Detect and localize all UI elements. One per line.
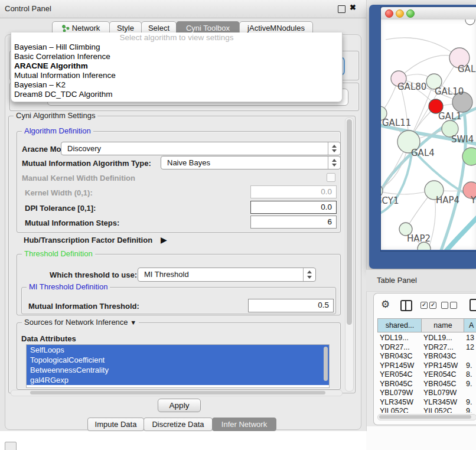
- settings-scrollbar-thumb[interactable]: [347, 119, 352, 325]
- table-hscrollbar-thumb[interactable]: [379, 415, 471, 419]
- settings-vertical-scrollbar[interactable]: [345, 118, 354, 392]
- table-panel-title: Table Panel: [377, 276, 417, 285]
- manual-kernel-checkbox[interactable]: [327, 173, 335, 182]
- algorithm-option[interactable]: Dream8 DC_TDC Algorithm: [11, 90, 342, 99]
- tab-cyni-toolbox-label: Cyni Toolbox: [186, 24, 230, 32]
- network-node-labels: GAL GAL80 GAL10 GAL1 GAL11 SWI4 GAL4 GCY…: [381, 64, 476, 244]
- mi-type-label: Mutual Information Algorithm Type:: [22, 159, 151, 168]
- cell-value: 9.: [466, 398, 476, 406]
- threshold-definition-title: Threshold Definition: [22, 249, 95, 258]
- apply-button[interactable]: Apply: [158, 399, 201, 412]
- dpi-tolerance-input[interactable]: 0.0: [250, 201, 337, 214]
- node-label: GAL: [458, 64, 476, 74]
- cell-shared: YER054C: [380, 370, 422, 379]
- network-window-titlebar[interactable]: [381, 7, 476, 20]
- settings-hscrollbar-thumb[interactable]: [30, 391, 325, 394]
- column-header-shared[interactable]: shared...: [377, 318, 422, 332]
- table-row[interactable]: YLR345WYLR345W9.: [374, 398, 476, 407]
- mi-threshold-input[interactable]: 0.5: [248, 299, 334, 312]
- table-row[interactable]: YPR145WYPR145W9.: [374, 361, 476, 371]
- node-label: GCY1: [381, 195, 399, 206]
- zoom-traffic-light[interactable]: [406, 9, 415, 18]
- node-label: GAL4: [411, 148, 435, 158]
- hub-expand-arrow-icon[interactable]: ▶: [161, 235, 167, 244]
- attribute-list-scrollbar[interactable]: [324, 347, 328, 381]
- table-row[interactable]: YIL052CYIL052C9.: [374, 407, 476, 413]
- manual-kernel-label: Manual Kernel Width Definition: [22, 174, 135, 182]
- sources-title-text: Sources for Network Inference: [24, 318, 128, 327]
- checked-columns-icon[interactable]: ✓ ✓: [420, 302, 436, 309]
- cell-shared: YBL079W: [380, 389, 422, 397]
- cell-value: 8.: [466, 370, 476, 379]
- network-node[interactable]: [465, 19, 475, 25]
- kernel-width-input[interactable]: 0.0: [250, 185, 337, 198]
- algorithm-option-selected[interactable]: ARACNE Algorithm: [11, 61, 342, 71]
- tab-infer-network-label: Infer Network: [221, 420, 267, 429]
- table-row[interactable]: YDR27...YDR27...12: [374, 343, 476, 353]
- tab-discretize-data[interactable]: Discretize Data: [144, 418, 213, 431]
- cell-shared: YPR145W: [380, 361, 422, 370]
- cell-value: 9.: [466, 380, 476, 388]
- aracne-mode-value: Discovery: [67, 142, 101, 155]
- close-traffic-light[interactable]: [385, 9, 393, 18]
- attribute-item[interactable]: gal4RGexp: [27, 375, 329, 385]
- gear-icon[interactable]: ⚙: [381, 299, 390, 310]
- panel-grip-icon[interactable]: [5, 442, 17, 450]
- cell-shared: YLR345W: [380, 398, 422, 406]
- checked-box-icon: ✓: [420, 302, 428, 309]
- unchecked-box-icon: [441, 302, 448, 309]
- algorithm-option[interactable]: Basic Correlation Inference: [11, 52, 342, 61]
- tab-infer-network[interactable]: Infer Network: [212, 418, 276, 431]
- cell-shared: YBR043C: [380, 352, 422, 360]
- table-row[interactable]: YBR045CYBR045C9.: [374, 380, 476, 389]
- sources-title: Sources for Network Inference ▼: [22, 318, 139, 327]
- table-row[interactable]: YDL19...YDL19...13: [374, 334, 476, 343]
- column-layout-icon[interactable]: [400, 300, 412, 311]
- algorithm-option[interactable]: Bayesian – K2: [11, 80, 342, 90]
- mi-type-value: Naive Bayes: [167, 156, 210, 169]
- minimize-traffic-light[interactable]: [396, 9, 404, 18]
- mi-steps-input[interactable]: 6: [250, 216, 337, 229]
- tab-select-label: Select: [148, 24, 169, 32]
- tab-impute-data[interactable]: Impute Data: [87, 418, 144, 431]
- table-row[interactable]: YBL079WYBL079W: [374, 389, 476, 398]
- attribute-item[interactable]: TopologicalCoefficient: [27, 355, 329, 365]
- float-window-icon[interactable]: [338, 5, 345, 13]
- unchecked-columns-icon[interactable]: [441, 302, 457, 309]
- attribute-item[interactable]: BetweennessCentrality: [27, 365, 329, 375]
- node-label: GAL80: [397, 81, 426, 92]
- table-row[interactable]: YBR043CYBR043C: [374, 352, 476, 361]
- combo-spinner-icon: [328, 142, 340, 155]
- aracne-mode-combobox[interactable]: Discovery: [61, 142, 341, 155]
- control-panel-title: Control Panel: [5, 4, 51, 13]
- cell-name: YBL079W: [423, 389, 465, 397]
- table-row[interactable]: YER054CYER054C8.: [374, 370, 476, 380]
- combo-spinner-icon: [303, 268, 315, 281]
- node-label: GAL10: [435, 86, 464, 97]
- cell-shared: YDR27...: [380, 343, 422, 351]
- table-horizontal-scrollbar[interactable]: [377, 414, 476, 420]
- sources-collapse-arrow-icon[interactable]: ▼: [130, 319, 136, 326]
- settings-horizontal-scrollbar[interactable]: [11, 390, 343, 396]
- column-header-name[interactable]: name: [421, 318, 465, 332]
- node-label: HAP2: [407, 233, 431, 244]
- cell-shared: YDL19...: [380, 334, 422, 342]
- algorithm-option[interactable]: Bayesian – Hill Climbing: [11, 43, 342, 52]
- network-tab-icon: [62, 25, 70, 32]
- toolbar-icon-partial[interactable]: [470, 299, 476, 311]
- attribute-item[interactable]: SelfLoops: [27, 345, 329, 355]
- cell-name: YDL19...: [423, 334, 465, 342]
- column-header-partial[interactable]: A: [464, 318, 476, 332]
- mi-threshold-label: Mutual Information Threshold:: [28, 302, 139, 311]
- mi-type-combobox[interactable]: Naive Bayes: [161, 156, 341, 169]
- node-label: SWI4: [451, 134, 474, 145]
- which-threshold-label: Which threshold to use:: [50, 270, 137, 279]
- algorithm-definition-title: Algorithm Definition: [22, 126, 93, 135]
- network-canvas[interactable]: GAL GAL80 GAL10 GAL1 GAL11 SWI4 GAL4 GCY…: [381, 19, 476, 250]
- close-icon[interactable]: ✖: [350, 3, 356, 12]
- tab-jactivemnodules-label: jActiveMNodules: [247, 24, 305, 32]
- algorithm-option[interactable]: Mutual Information Inference: [11, 71, 342, 80]
- network-node-green[interactable]: [462, 148, 476, 165]
- which-threshold-combobox[interactable]: MI Threshold: [138, 268, 316, 282]
- kernel-width-label: Kernel Width (0,1):: [25, 188, 93, 197]
